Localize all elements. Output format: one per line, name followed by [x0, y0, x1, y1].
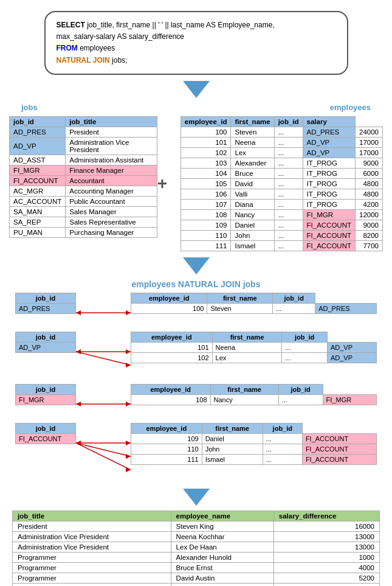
emp-cell-eid: 102	[181, 147, 231, 158]
emp-cell-salary: 9000	[356, 158, 383, 168]
result-cell: 13000	[273, 542, 379, 552]
join-right-cell: Nancy	[210, 394, 278, 405]
emp-cell-dots: ...	[274, 168, 303, 178]
arrow-down-2	[183, 257, 210, 274]
arrow-down-3	[183, 489, 210, 506]
emp-cell-jid: FI_ACCOUNT	[303, 220, 355, 230]
join-right-cell: Daniel	[202, 433, 263, 444]
join-right-jid: FI_ACCOUNT	[302, 454, 376, 464]
result-cell: President	[13, 521, 171, 531]
emp-cell-salary: 4800	[356, 189, 383, 199]
result-col-salarydiff: salary_difference	[273, 511, 379, 521]
join-right-cell: Lex	[212, 352, 282, 363]
result-cell: 5200	[273, 583, 379, 586]
emp-cell-eid: 100	[181, 127, 231, 137]
emp-cell-fname: Nancy	[231, 209, 274, 220]
jobs-cell-title: Sales Manager	[66, 206, 157, 217]
emp-cell-fname: Steven	[231, 127, 274, 137]
result-col-jobtitle: job_title	[13, 511, 171, 521]
emp-cell-fname: Lex	[231, 147, 274, 158]
svg-marker-6	[126, 363, 131, 368]
arrow-down-1	[183, 81, 210, 98]
emp-cell-jid: FI_ACCOUNT	[303, 230, 355, 240]
join-left-header: job_id	[16, 332, 76, 342]
tables-row: job_id job_title AD_PRESPresidentAD_VPAd…	[0, 116, 392, 251]
join-left-jobid: FI_MGR	[16, 394, 76, 405]
svg-marker-7	[76, 349, 81, 354]
jobs-cell-id: FI_MGR	[10, 165, 66, 175]
sql-select-kw: SELECT	[57, 21, 85, 29]
join-right-cell: ...	[263, 433, 302, 444]
result-col-empname: employee_name	[171, 511, 273, 521]
join-left-jobid: AD_VP	[16, 342, 76, 352]
result-cell: Lex De Haan	[171, 542, 273, 552]
join-right-cell: 102	[131, 352, 213, 363]
jobs-cell-title: Finance Manager	[66, 165, 157, 175]
svg-line-5	[76, 352, 131, 365]
emp-cell-eid: 111	[181, 240, 231, 251]
sql-from-kw: FROM	[57, 44, 78, 52]
result-cell: Programmer	[13, 552, 171, 562]
jobs-cell-title: Accounting Manager	[66, 186, 157, 196]
jobs-cell-title: Public Accountant	[66, 196, 157, 206]
jobs-cell-title: Accountant	[66, 175, 157, 186]
emp-cell-fname: Diana	[231, 199, 274, 209]
emp-cell-fname: David	[231, 178, 274, 189]
emp-cell-eid: 110	[181, 230, 231, 240]
join-right-cell: ...	[282, 352, 328, 363]
join-right-jid: FI_ACCOUNT	[302, 433, 376, 444]
emp-col-jid: job_id	[274, 116, 303, 127]
emp-col-eid: employee_id	[181, 116, 231, 127]
join-right-cell: Ismael	[202, 454, 263, 464]
emp-cell-eid: 109	[181, 220, 231, 230]
emp-col-salary: salary	[303, 116, 355, 127]
join-diagram: job_idAD_PRESemployee_idfirst_namejob_id…	[0, 293, 392, 480]
join-left-header: job_id	[16, 423, 76, 433]
emp-cell-dots: ...	[274, 127, 303, 137]
emp-cell-jid: AD_PRES	[303, 127, 355, 137]
join-left-jobid: FI_ACCOUNT	[16, 433, 76, 444]
join-right-cell: ...	[278, 394, 323, 405]
emp-cell-fname: Daniel	[231, 220, 274, 230]
result-cell: 4000	[273, 562, 379, 573]
result-cell: Steven King	[171, 521, 273, 531]
emp-cell-dots: ...	[274, 209, 303, 220]
svg-marker-4	[126, 349, 131, 354]
emp-cell-jid: FI_MGR	[303, 209, 355, 220]
result-cell: Valli Pataballa	[171, 583, 273, 586]
join-group-2: job_idFI_MGRemployee_idfirst_namejob_id1…	[15, 384, 377, 414]
sql-line1: job_title, first_name || ' ' || last_nam…	[85, 21, 275, 29]
join-right-jid: AD_VP	[327, 342, 376, 352]
join-left-header: job_id	[16, 293, 76, 303]
result-cell: 5200	[273, 573, 379, 583]
sql-line2: max_salary-salary AS salary_difference	[57, 32, 185, 41]
join-right-header: employee_id	[131, 384, 211, 394]
jobs-table: job_id job_title AD_PRESPresidentAD_VPAd…	[9, 116, 157, 238]
result-section: job_title employee_name salary_differenc…	[12, 511, 380, 586]
svg-line-13	[76, 443, 131, 456]
join-right-cell: ...	[263, 454, 302, 464]
join-right-header: first_name	[202, 423, 263, 433]
emp-cell-salary: 7700	[356, 240, 383, 251]
emp-cell-jid: IT_PROG	[303, 189, 355, 199]
svg-marker-1	[126, 310, 131, 315]
jobs-col-jobid: job_id	[10, 116, 66, 127]
emp-cell-dots: ...	[274, 230, 303, 240]
join-right-cell: ...	[263, 444, 302, 454]
emp-cell-fname: Valli	[231, 189, 274, 199]
sql-from-rest: employees	[78, 44, 115, 52]
emp-cell-jid: FI_ACCOUNT	[303, 240, 355, 251]
sql-box: SELECT job_title, first_name || ' ' || l…	[44, 11, 348, 75]
emp-cell-eid: 107	[181, 199, 231, 209]
result-cell: Administration Vice President	[13, 542, 171, 552]
emp-cell-fname: Ismael	[231, 240, 274, 251]
result-cell: Alexander Hunold	[171, 552, 273, 562]
jobs-cell-id: AD_PRES	[10, 127, 66, 137]
svg-marker-2	[76, 310, 81, 315]
employees-table-wrap: employee_id first_name job_id salary 100…	[181, 116, 383, 251]
result-cell: Neena Kochhar	[171, 531, 273, 542]
join-right-jid: FI_ACCOUNT	[302, 444, 376, 454]
emp-cell-dots: ...	[274, 240, 303, 251]
join-right-cell: Neena	[212, 342, 282, 352]
emp-cell-fname: Bruce	[231, 168, 274, 178]
